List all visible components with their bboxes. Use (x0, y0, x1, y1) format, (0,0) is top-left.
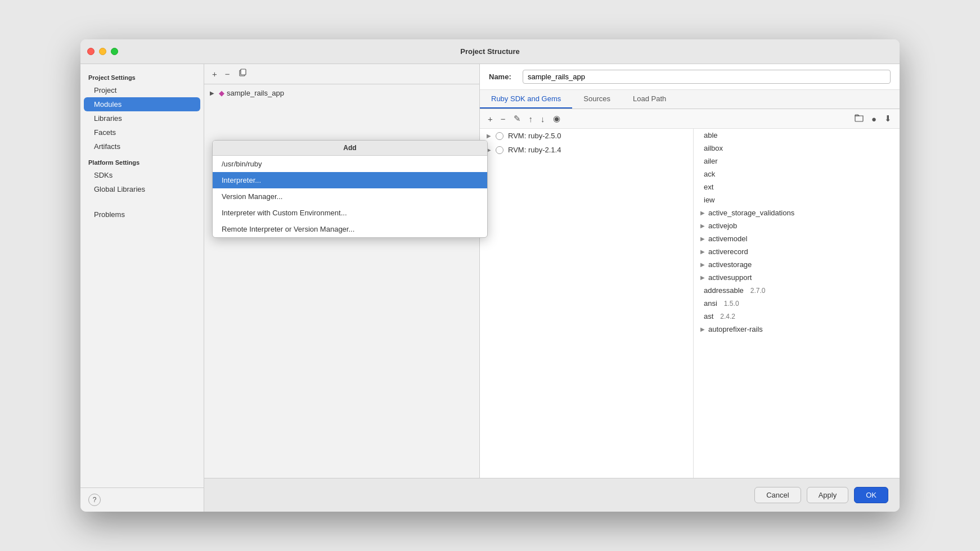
sdk-label-214: RVM: ruby-2.1.4 (508, 146, 561, 154)
content-down-button[interactable]: ↓ (538, 113, 547, 125)
bottom-bar: Cancel Apply OK (204, 478, 900, 512)
dropdown-item-interpreter[interactable]: Interpreter... (213, 172, 487, 188)
gem-row-activesupport: ▶ activesupport (694, 271, 900, 284)
content-folder-button[interactable] (852, 113, 866, 125)
dropdown-item-usr-ruby[interactable]: /usr/bin/ruby (213, 156, 487, 172)
platform-settings-header: Platform Settings (80, 153, 204, 168)
tabs-row: Ruby SDK and Gems Sources Load Path (480, 90, 900, 109)
sdk-label-250: RVM: ruby-2.5.0 (508, 132, 561, 140)
sdk-item-ruby-250[interactable]: ▶ RVM: ruby-2.5.0 (480, 129, 693, 143)
radio-ruby-250[interactable] (496, 132, 504, 140)
gem-row: ailbox (694, 142, 900, 155)
sidebar-item-facets[interactable]: Facets (80, 125, 204, 139)
traffic-lights (87, 48, 118, 55)
content-toolbar: + − ✎ ↑ ↓ ◉ ● (480, 109, 900, 129)
content-up-button[interactable]: ↑ (527, 113, 536, 125)
gem-row-activestorage: ▶ activestorage (694, 258, 900, 271)
sidebar-item-artifacts[interactable]: Artifacts (80, 139, 204, 153)
sidebar-item-project[interactable]: Project (80, 83, 204, 97)
ok-button[interactable]: OK (854, 487, 888, 503)
gem-row: iew (694, 193, 900, 206)
apply-button[interactable]: Apply (807, 487, 849, 503)
svg-rect-1 (241, 69, 246, 75)
gem-row-activejob: ▶ activejob (694, 219, 900, 232)
sidebar: Project Settings Project Modules Librari… (80, 64, 204, 512)
window-body: Project Settings Project Modules Librari… (80, 64, 900, 512)
dropdown-header: Add (213, 141, 487, 156)
dropdown-item-remote-interpreter[interactable]: Remote Interpreter or Version Manager... (213, 221, 487, 237)
tab-ruby-sdk[interactable]: Ruby SDK and Gems (480, 90, 572, 109)
module-name-label: sample_rails_app (227, 89, 284, 97)
sidebar-item-libraries[interactable]: Libraries (80, 111, 204, 125)
close-button[interactable] (87, 48, 95, 55)
gem-row: ailer (694, 155, 900, 168)
cancel-button[interactable]: Cancel (754, 487, 801, 503)
gem-row: ack (694, 168, 900, 180)
sidebar-item-problems[interactable]: Problems (80, 207, 204, 222)
content-add-button[interactable]: + (485, 113, 495, 125)
help-button[interactable]: ? (88, 494, 101, 506)
gem-row-ast: ast 2.4.2 (694, 310, 900, 323)
name-input[interactable] (523, 70, 891, 84)
name-row: Name: (480, 64, 900, 90)
gem-row-addressable: addressable 2.7.0 (694, 284, 900, 297)
minimize-button[interactable] (99, 48, 106, 55)
radio-ruby-214[interactable] (496, 146, 504, 154)
content-eye-button[interactable]: ◉ (551, 112, 563, 125)
sidebar-nav: Project Settings Project Modules Librari… (80, 64, 204, 487)
project-structure-window: Project Structure Project Settings Proje… (80, 39, 900, 512)
content-edit-button[interactable]: ✎ (511, 112, 523, 125)
gem-row-autoprefixer: ▶ autoprefixer-rails (694, 323, 900, 336)
right-panel: Name: Ruby SDK and Gems Sources Load Pat… (480, 64, 900, 478)
left-panel: + − ▶ ◆ sample_rails (204, 64, 480, 478)
name-label: Name: (489, 73, 517, 81)
gem-row-activemodel: ▶ activemodel (694, 232, 900, 245)
dropdown-item-custom-env[interactable]: Interpreter with Custom Environment... (213, 205, 487, 221)
remove-module-button[interactable]: − (223, 68, 232, 80)
gem-row: able (694, 129, 900, 142)
tab-sources[interactable]: Sources (572, 90, 622, 109)
maximize-button[interactable] (111, 48, 118, 55)
add-dropdown: Add /usr/bin/ruby Interpreter... Version… (212, 140, 488, 238)
gems-content-area: ▶ RVM: ruby-2.5.0 ▶ RVM: ruby-2.1.4 (480, 129, 900, 478)
gem-row-activerecord: ▶ activerecord (694, 245, 900, 258)
add-module-button[interactable]: + (210, 68, 219, 80)
window-title: Project Structure (460, 47, 519, 56)
project-settings-header: Project Settings (80, 69, 204, 83)
module-ruby-icon: ◆ (219, 89, 224, 97)
content-download-button[interactable]: ⬇ (882, 112, 894, 125)
sidebar-item-global-libraries[interactable]: Global Libraries (80, 182, 204, 196)
content-pane: + − ▶ ◆ sample_rails (204, 64, 900, 478)
gem-row-active-storage-validations: ▶ active_storage_validations (694, 206, 900, 219)
sidebar-item-modules[interactable]: Modules (84, 97, 200, 111)
copy-module-button[interactable] (236, 67, 249, 80)
gem-row: ext (694, 180, 900, 193)
sidebar-bottom: ? (80, 487, 204, 512)
tab-load-path[interactable]: Load Path (622, 90, 677, 109)
titlebar: Project Structure (80, 39, 900, 64)
sdk-item-ruby-214[interactable]: ▶ RVM: ruby-2.1.4 (480, 143, 693, 157)
main-content: + − ▶ ◆ sample_rails (204, 64, 900, 512)
panel-toolbar: + − (204, 64, 479, 84)
sidebar-item-sdks[interactable]: SDKs (80, 168, 204, 182)
module-tree-item[interactable]: ▶ ◆ sample_rails_app (204, 87, 479, 100)
content-circle-button[interactable]: ● (869, 113, 879, 125)
content-remove-button[interactable]: − (498, 113, 508, 125)
dropdown-item-version-manager[interactable]: Version Manager... (213, 188, 487, 205)
tree-chevron-icon: ▶ (210, 90, 217, 96)
gem-row-ansi: ansi 1.5.0 (694, 297, 900, 310)
